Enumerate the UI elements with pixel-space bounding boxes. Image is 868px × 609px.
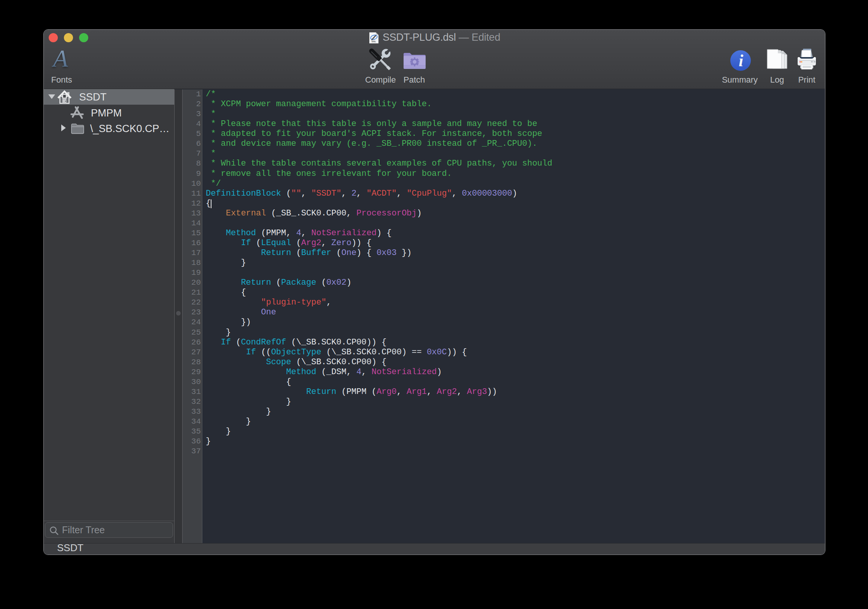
svg-text:DSL: DSL xyxy=(372,40,376,43)
svg-text:i: i xyxy=(739,51,744,70)
